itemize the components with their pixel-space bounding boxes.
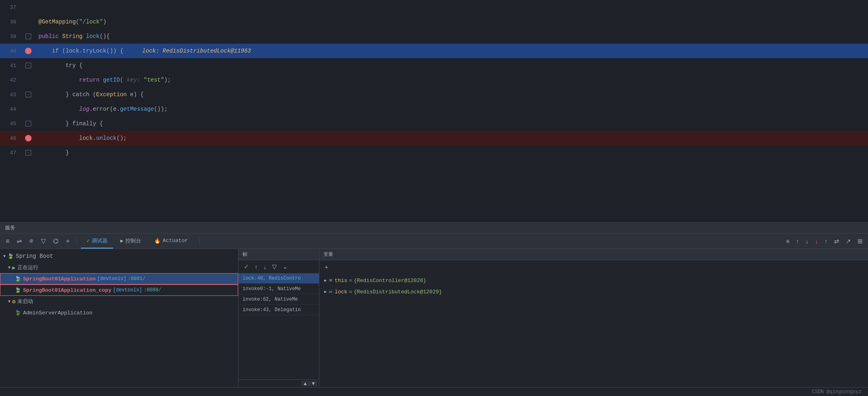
frames-toolbar: ✓ ↑ ↓ ▽ ⌄ xyxy=(239,260,319,273)
variables-header-label: 变量 xyxy=(323,251,333,258)
variables-panel: 变量 + ▶ ≡ this = {RedisController@12028} xyxy=(319,249,868,387)
download-btn[interactable]: ↓ xyxy=(804,236,811,246)
frames-up-btn[interactable]: ↑ xyxy=(253,262,260,272)
upload-btn[interactable]: ↑ xyxy=(794,236,801,246)
code-line-47: 47 - } xyxy=(0,145,868,160)
app1-spring-icon: 🍃 xyxy=(15,276,21,282)
line-number-39: 39 xyxy=(0,34,22,40)
tree-port-app1: :8081/ xyxy=(128,276,145,282)
line-content-46: lock.unlock(); xyxy=(34,135,868,141)
code-editor: 37 38 @GetMapping("/lock") 39 - public S… xyxy=(0,0,868,222)
frame-item-3[interactable]: invoke:43, Delegatin xyxy=(239,305,319,315)
fold-icon-47[interactable]: - xyxy=(25,150,31,156)
frames-panel: 帧 ✓ ↑ ↓ ▽ ⌄ lock:40, RedisContro xyxy=(239,249,319,387)
line-number-44: 44 xyxy=(0,106,22,112)
line-gutter-40 xyxy=(22,48,34,54)
code-line-39: 39 - public String lock(){ xyxy=(0,29,868,44)
line-number-43: 43 xyxy=(0,92,22,98)
tree-item-admin[interactable]: 🍃 AdminServerApplication xyxy=(0,307,238,318)
services-panel: ▼ 🍃 Spring Boot ▼ ▶ 正在运行 🍃 SpringBoot01A… xyxy=(0,249,239,387)
tree-arrow-springboot: ▼ xyxy=(3,254,6,259)
frames-filter-btn[interactable]: ▽ xyxy=(270,262,279,272)
tab-actuator-label: Actuator xyxy=(163,238,188,244)
variables-add-btn[interactable]: + xyxy=(323,262,330,272)
frame-item-1[interactable]: invoke0:-1, NativeMe xyxy=(239,284,319,294)
app2-spring-icon: 🍃 xyxy=(15,287,21,293)
tree-item-app2[interactable]: 🍃 SpringBoot01Application_copy [devtools… xyxy=(0,284,238,296)
filter-button[interactable]: ▽ xyxy=(38,236,48,246)
frame-item-2[interactable]: invoke:62, NativeMe xyxy=(239,294,319,305)
var-name-lock: lock xyxy=(335,289,347,295)
tree-item-stopped[interactable]: ▼ ⚙ 未启动 xyxy=(0,296,238,307)
fold-icon-43[interactable]: - xyxy=(25,92,31,97)
menu-icon-btn[interactable]: ≡ xyxy=(784,236,792,246)
tree-tag-app1: [devtools] xyxy=(97,276,126,282)
code-line-44: 44 log.error(e.getMessage()); xyxy=(0,102,868,116)
line-number-45: 45 xyxy=(0,121,22,127)
fold-icon-41[interactable]: - xyxy=(25,63,31,68)
code-line-38: 38 @GetMapping("/lock") xyxy=(0,15,868,29)
fold-icon-39[interactable]: - xyxy=(25,34,31,39)
tab-debugger[interactable]: ✓ 调试器 xyxy=(81,234,113,249)
group-button[interactable]: ❊ xyxy=(27,237,36,245)
grid-btn[interactable]: ⊞ xyxy=(855,236,865,246)
line-content-43: } catch (Exception e) { xyxy=(34,91,868,98)
code-line-45: 45 - } finally { xyxy=(0,116,868,131)
frames-header-label: 帧 xyxy=(243,251,247,258)
line-content-47: } xyxy=(34,150,868,156)
line-content-40: if (lock.tryLock()) { lock: RedisDistrib… xyxy=(34,48,868,54)
download-red-btn[interactable]: ↓ xyxy=(813,236,820,246)
swap-btn[interactable]: ⇄ xyxy=(832,236,841,246)
tree-item-springboot[interactable]: ▼ 🍃 Spring Boot xyxy=(0,251,238,262)
console-play-icon: ▶ xyxy=(120,238,124,244)
collapse-all-button[interactable]: ≡ xyxy=(3,236,12,246)
link-btn[interactable]: ↗ xyxy=(844,236,853,246)
line-number-37: 37 xyxy=(0,4,22,11)
frame-item-0[interactable]: lock:40, RedisContro xyxy=(239,273,319,284)
frames-scroll-up[interactable]: ▲ xyxy=(301,381,309,386)
tree-item-running[interactable]: ▼ ▶ 正在运行 xyxy=(0,262,238,273)
add-button[interactable]: + xyxy=(63,236,72,246)
tree-item-app1[interactable]: 🍃 SpringBoot01Application [devtools] :80… xyxy=(0,273,238,284)
frames-scroll-down[interactable]: ▼ xyxy=(309,381,317,386)
line-content-45: } finally { xyxy=(34,120,868,127)
stopped-wrench-icon: ⚙ xyxy=(12,298,15,305)
expand-all-button[interactable]: ⇌ xyxy=(14,236,24,246)
upload2-btn[interactable]: ↑ xyxy=(823,236,830,246)
line-gutter-47: - xyxy=(22,150,34,156)
line-content-44: log.error(e.getMessage()); xyxy=(34,106,868,112)
var-item-this[interactable]: ▶ ≡ this = {RedisController@12028} xyxy=(319,275,868,286)
tab-debugger-label: 调试器 xyxy=(92,237,108,244)
var-value-lock: {RedisDistributedLock@12029} xyxy=(354,289,442,295)
breakpoint-46[interactable] xyxy=(25,135,32,141)
debug-content: ▼ 🍃 Spring Boot ▼ ▶ 正在运行 🍃 SpringBoot01A… xyxy=(0,249,868,387)
frames-expand-btn[interactable]: ⌄ xyxy=(281,262,290,272)
tab-console[interactable]: ▶ 控制台 xyxy=(115,234,147,249)
var-icon-lock: ∞ xyxy=(329,289,332,295)
frames-check-btn[interactable]: ✓ xyxy=(242,262,251,272)
right-panel: 帧 ✓ ↑ ↓ ▽ ⌄ lock:40, RedisContro xyxy=(239,249,868,387)
frame-text-1: invoke0:-1, NativeMe xyxy=(243,286,301,292)
frames-header: 帧 xyxy=(239,249,319,260)
variables-header: 变量 xyxy=(319,249,868,260)
frame-text-3: invoke:43, Delegatin xyxy=(243,307,301,313)
breakpoint-40[interactable] xyxy=(25,48,32,54)
fold-icon-45[interactable]: - xyxy=(25,121,31,126)
code-line-43: 43 - } catch (Exception e) { xyxy=(0,87,868,102)
line-gutter-45: - xyxy=(22,121,34,126)
line-content-38: @GetMapping("/lock") xyxy=(34,19,868,25)
var-equals-this: = xyxy=(349,278,352,284)
debug-panel: ≡ ⇌ ❊ ▽ ⌬ + ✓ 调试器 ▶ 控制台 🔥 Actuator ≡ xyxy=(0,234,868,387)
frames-down-btn[interactable]: ↓ xyxy=(262,262,269,272)
tree-label-stopped: 未启动 xyxy=(17,298,33,305)
tree-arrow-running: ▼ xyxy=(8,265,11,270)
settings-button[interactable]: ⌬ xyxy=(51,236,61,246)
var-arrow-lock: ▶ xyxy=(324,289,327,294)
code-line-42: 42 return getID( key: "test"); xyxy=(0,73,868,87)
tab-actuator[interactable]: 🔥 Actuator xyxy=(148,234,193,249)
line-content-39: public String lock(){ xyxy=(34,33,868,40)
var-item-lock[interactable]: ▶ ∞ lock = {RedisDistributedLock@12029} xyxy=(319,286,868,297)
debug-sub-panel: 帧 ✓ ↑ ↓ ▽ ⌄ lock:40, RedisContro xyxy=(239,249,868,387)
actuator-fire-icon: 🔥 xyxy=(154,238,161,244)
services-tree: ▼ 🍃 Spring Boot ▼ ▶ 正在运行 🍃 SpringBoot01A… xyxy=(0,249,238,387)
